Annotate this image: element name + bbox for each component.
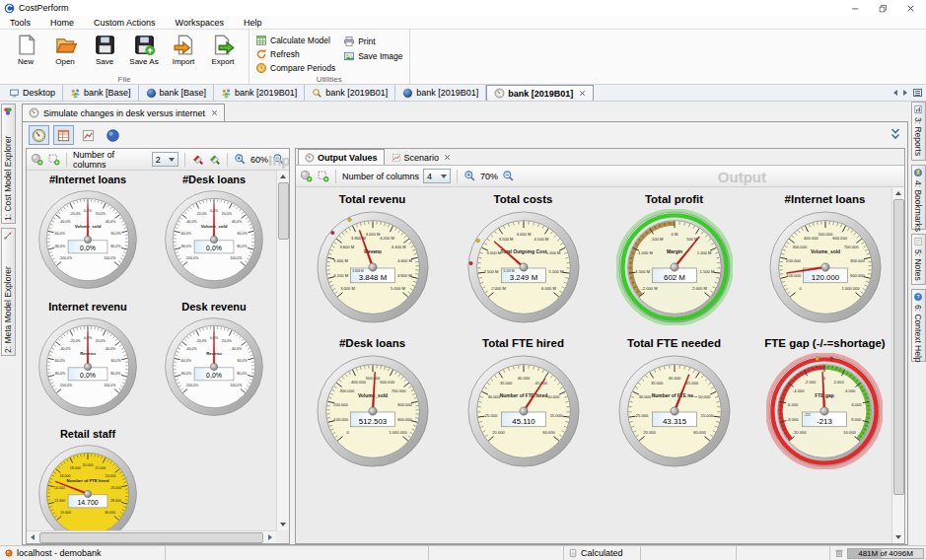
scroll-left-icon[interactable] xyxy=(31,534,35,540)
select-region-icon[interactable] xyxy=(47,153,60,166)
maximize-button[interactable] xyxy=(871,0,898,16)
scroll-up-icon[interactable] xyxy=(280,175,286,178)
scroll-tabs-left-icon[interactable] xyxy=(893,90,897,96)
gauge--internet-loans[interactable]: #Internet loans0100.000200.000300.000400… xyxy=(767,193,884,327)
globe-view-button[interactable] xyxy=(103,125,123,145)
rail-tab-4-bookmarks[interactable]: 4: Bookmarks xyxy=(911,165,926,230)
import-button[interactable]: Import xyxy=(164,32,203,73)
close-tab-icon[interactable] xyxy=(579,90,586,97)
output-vertical-scrollbar[interactable] xyxy=(891,187,904,543)
gauge-total-fte-hired[interactable]: Total FTE hired20.00025.00030.00035.0004… xyxy=(465,337,582,471)
zoom-in-icon[interactable] xyxy=(234,153,247,166)
tab-list-icon[interactable] xyxy=(913,89,922,97)
zoom-out-icon[interactable] xyxy=(502,170,515,182)
svg-text:20,0%: 20,0% xyxy=(222,212,233,216)
save-image-button[interactable]: Save Image xyxy=(343,49,402,62)
gauge-widget[interactable]: -100,0%-80,0%-60,0%-40,0%-20,0%0,0%20,0%… xyxy=(163,188,265,293)
input-horizontal-scrollbar[interactable] xyxy=(27,530,276,543)
gauge--desk-loans[interactable]: #Desk loans0100.000200.000300.000400.000… xyxy=(315,337,431,471)
scroll-tabs-right-icon[interactable] xyxy=(903,90,907,96)
menu-item-home[interactable]: Home xyxy=(40,16,84,30)
gauge-total-costs[interactable]: Total costs2.000 M2.500 M3.000 M3.500 M4… xyxy=(465,193,582,327)
table-view-button[interactable] xyxy=(53,125,74,145)
paint-red-icon[interactable] xyxy=(191,153,204,166)
gauge--internet-loans[interactable]: #Internet loans-100,0%-80,0%-60,0%-40,0%… xyxy=(36,174,139,293)
compare-periods-button[interactable]: Compare Periods xyxy=(255,62,335,74)
export-button[interactable]: Export xyxy=(203,32,243,73)
close-tab-icon[interactable] xyxy=(444,154,451,161)
columns-select[interactable]: 4 xyxy=(423,169,451,183)
gauge-widget[interactable]: 20.00025.00030.00035.00040.00045.00050.0… xyxy=(465,353,582,471)
rail-tab-6-context-help[interactable]: ?6: Context Help xyxy=(911,289,926,362)
gauge-widget[interactable]: 20.00025.00030.00035.00040.00045.00050.0… xyxy=(616,353,733,471)
output-gauge-area: Total revenu3.000 M3.200 M3.400 M3.600 M… xyxy=(296,187,891,543)
add-gauge-icon[interactable] xyxy=(31,153,43,166)
calculate-model-button[interactable]: Calculate Model xyxy=(255,35,335,46)
gauge-widget[interactable]: 10.00012.00014.00016.00018.00020.00022.0… xyxy=(36,443,139,530)
scrollbar-thumb[interactable] xyxy=(278,182,289,240)
gauge-widget[interactable]: 3.000 M3.200 M3.400 M3.600 M3.800 M4.000… xyxy=(315,209,431,327)
rail-tab-1-cost-model-explorer[interactable]: 1: Cost Model Explorer xyxy=(1,104,16,224)
gauge-widget[interactable]: 2.000 M2.500 M3.000 M3.500 M4.000 M4.500… xyxy=(465,209,582,327)
gauge-total-revenu[interactable]: Total revenu3.000 M3.200 M3.400 M3.600 M… xyxy=(315,193,431,327)
gauge-internet-revenu[interactable]: Internet revenu-100,0%-80,0%-60,0%-40,0%… xyxy=(36,301,139,420)
new-button[interactable]: New xyxy=(6,32,45,73)
close-button[interactable] xyxy=(898,0,926,16)
minimize-button[interactable] xyxy=(843,0,871,16)
select-region-icon[interactable] xyxy=(317,170,329,182)
workspace-tab[interactable]: Simulate changes in desk versus internet xyxy=(22,104,225,121)
collapse-chevron-icon[interactable] xyxy=(888,126,903,142)
scrollbar-thumb[interactable] xyxy=(39,532,263,543)
document-tab[interactable]: bank [Base] xyxy=(63,85,139,101)
menu-item-help[interactable]: Help xyxy=(234,16,272,30)
gauge-widget[interactable]: -2.000 M-1.500 M-1.000 M-500 M0 M500 M1.… xyxy=(616,209,733,327)
gauge-retail-staff[interactable]: Retail staff10.00012.00014.00016.00018.0… xyxy=(36,428,139,530)
document-tab[interactable]: Desktop xyxy=(2,85,63,101)
document-tab[interactable]: bank [2019B01] xyxy=(486,85,594,101)
columns-select[interactable]: 2 xyxy=(152,152,178,167)
svg-text:4.600 M: 4.600 M xyxy=(397,258,412,263)
trash-icon[interactable] xyxy=(834,548,844,558)
document-tab[interactable]: bank [2019B01] xyxy=(305,85,395,101)
rail-tab-5-notes[interactable]: 5: Notes xyxy=(911,234,926,285)
paint-green-icon[interactable] xyxy=(208,153,221,166)
scroll-up-icon[interactable] xyxy=(895,191,901,195)
refresh-button[interactable]: Refresh xyxy=(255,48,335,60)
scrollbar-thumb[interactable] xyxy=(893,199,904,495)
chart-view-button[interactable] xyxy=(78,125,99,145)
svg-text:3.200 M: 3.200 M xyxy=(333,273,348,278)
scroll-down-icon[interactable] xyxy=(895,535,901,539)
rail-tab-2-meta-model-explorer[interactable]: 2: Meta Model Explorer xyxy=(1,228,16,356)
gauge-widget[interactable]: -100,0%-80,0%-60,0%-40,0%-20,0%0,0%20,0%… xyxy=(163,315,265,420)
gauge-fte-gap-shortage-[interactable]: FTE gap (-/-=shortage)-10.000-8.000-6.00… xyxy=(764,337,885,471)
gauge-widget[interactable]: 0100.000200.000300.000400.000500.000600.… xyxy=(315,353,431,471)
gauge-widget[interactable]: 0100.000200.000300.000400.000500.000600.… xyxy=(767,209,884,327)
document-tab[interactable]: bank [2019B01] xyxy=(395,85,486,101)
open-button[interactable]: Open xyxy=(45,32,85,73)
gauge-widget[interactable]: -10.000-8.000-6.000-4.000-2.00002.0004.0… xyxy=(766,353,883,471)
save-button[interactable]: Save xyxy=(85,32,124,73)
gauge--desk-loans[interactable]: #Desk loans-100,0%-80,0%-60,0%-40,0%-20,… xyxy=(163,174,265,293)
document-tab[interactable]: bank [Base] xyxy=(139,85,215,101)
document-tab[interactable]: bank [2019B01] xyxy=(214,85,305,101)
menu-item-workspaces[interactable]: Workspaces xyxy=(166,16,234,30)
scroll-down-icon[interactable] xyxy=(280,523,286,526)
scroll-right-icon[interactable] xyxy=(268,534,272,540)
close-tab-icon[interactable] xyxy=(211,109,218,116)
save-as-button[interactable]: Save As xyxy=(124,32,164,73)
gauge-desk-revenu[interactable]: Desk revenu-100,0%-80,0%-60,0%-40,0%-20,… xyxy=(163,301,265,420)
gauge-total-fte-needed[interactable]: Total FTE needed20.00025.00030.00035.000… xyxy=(616,337,733,471)
print-button[interactable]: Print xyxy=(343,35,402,47)
input-vertical-scrollbar[interactable] xyxy=(276,171,289,530)
zoom-in-icon[interactable] xyxy=(463,170,476,182)
menu-item-custom-actions[interactable]: Custom Actions xyxy=(84,16,166,30)
rail-tab-3-reports[interactable]: 3: Reports xyxy=(911,102,926,161)
gauge-widget[interactable]: -100,0%-80,0%-60,0%-40,0%-20,0%0,0%20,0%… xyxy=(36,315,139,420)
gauge-view-button[interactable] xyxy=(29,125,49,145)
tab-scenario[interactable]: Scenario xyxy=(385,149,459,165)
tab-output-values[interactable]: Output Values xyxy=(298,149,385,165)
gauge-total-profit[interactable]: Total profit-2.000 M-1.500 M-1.000 M-500… xyxy=(616,193,733,327)
menu-item-tools[interactable]: Tools xyxy=(0,16,40,30)
add-gauge-icon[interactable] xyxy=(300,170,313,182)
gauge-widget[interactable]: -100,0%-80,0%-60,0%-40,0%-20,0%0,0%20,0%… xyxy=(36,188,139,293)
